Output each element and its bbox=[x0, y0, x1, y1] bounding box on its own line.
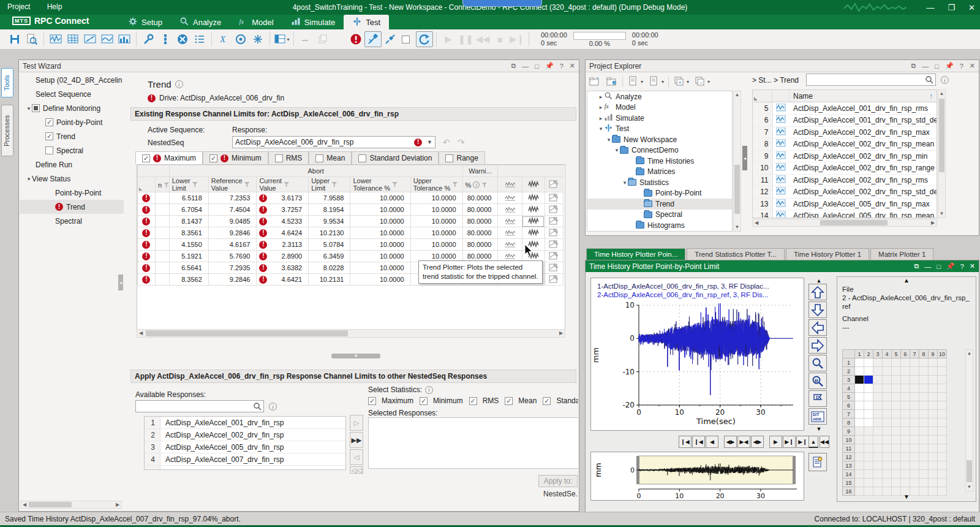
chevron-down-icon[interactable]: ▾ bbox=[287, 37, 289, 42]
channel-cell[interactable] bbox=[910, 376, 919, 384]
channel-cell[interactable] bbox=[901, 479, 910, 487]
explorer-search-input[interactable] bbox=[806, 74, 936, 86]
trend-item-row[interactable]: 10ActDisp_AxleAccel_002_drv_fin_rsp_rang… bbox=[753, 162, 937, 175]
channel-cell[interactable] bbox=[892, 358, 901, 367]
list-h-scrollbar[interactable]: ◀▶ bbox=[752, 219, 937, 227]
channel-cell[interactable] bbox=[938, 453, 947, 461]
channel-cell[interactable] bbox=[929, 393, 938, 401]
pause-icon[interactable]: ❚❚ bbox=[457, 31, 474, 47]
channel-cell[interactable] bbox=[892, 384, 901, 393]
expand-all-button[interactable]: +▾ bbox=[673, 75, 690, 88]
close-icon[interactable]: ✕ bbox=[968, 3, 975, 12]
tree-node-point-by-point[interactable]: Point-by-Point bbox=[587, 188, 732, 199]
signal-tree-icon[interactable] bbox=[157, 31, 174, 47]
limit-row[interactable]: !8.35619.2846!4.642410.213010.000010.000… bbox=[138, 227, 564, 239]
trend-item-row[interactable]: 7ActDisp_AxleAccel_002_drv_fin_rsp_max bbox=[753, 126, 937, 138]
channel-cell[interactable] bbox=[929, 461, 938, 470]
checkbox[interactable]: ✓ bbox=[45, 118, 53, 126]
popout-icon[interactable]: ⧉ bbox=[911, 62, 916, 70]
chevron-right-icon[interactable]: ▸ bbox=[598, 115, 604, 121]
trend-plot-button[interactable] bbox=[498, 227, 522, 239]
channel-cell[interactable] bbox=[910, 470, 919, 479]
trend-plotter-hover-column-header[interactable] bbox=[522, 177, 545, 192]
channel-cell[interactable] bbox=[873, 461, 883, 470]
channel-cell[interactable] bbox=[929, 367, 938, 376]
channel-cell[interactable] bbox=[855, 376, 864, 384]
channel-cell[interactable] bbox=[873, 367, 883, 376]
trend-item-row[interactable]: 12ActDisp_AxleAccel_002_drv_fin_rsp_std_… bbox=[753, 186, 937, 199]
channel-cell[interactable] bbox=[919, 401, 929, 410]
reference-value-header[interactable]: ReferenceValue bbox=[208, 177, 257, 192]
list-v-scrollbar[interactable]: ▲▼ bbox=[938, 89, 946, 218]
minimize-icon[interactable]: — bbox=[924, 263, 931, 270]
channel-cell[interactable] bbox=[901, 453, 910, 461]
channel-cell[interactable] bbox=[910, 461, 919, 470]
folder-new-button[interactable]: * bbox=[588, 75, 601, 88]
close-icon[interactable]: ✕ bbox=[570, 62, 575, 70]
channel-cell[interactable] bbox=[873, 479, 883, 487]
channel-cell[interactable] bbox=[901, 393, 910, 401]
current-value-header[interactable]: CurrentValue bbox=[257, 177, 309, 192]
checkbox[interactable] bbox=[45, 146, 53, 154]
trend-plot-button-2[interactable] bbox=[522, 227, 545, 239]
checkbox[interactable] bbox=[445, 154, 453, 162]
available-response-row[interactable]: 4ActDisp_AxleAccel_007_drv_fin_rsp bbox=[145, 453, 345, 466]
folder-add-button[interactable]: + bbox=[605, 75, 619, 88]
info-icon[interactable]: i bbox=[473, 181, 480, 188]
statistic-checkbox-rms[interactable]: ✓RMS bbox=[469, 396, 499, 405]
channel-cell[interactable] bbox=[864, 384, 873, 393]
info-icon[interactable]: i bbox=[269, 403, 277, 411]
move-left-button[interactable]: ◁ bbox=[350, 449, 363, 465]
lower-limit-header[interactable]: LowerLimit bbox=[169, 177, 208, 192]
limit-row[interactable]: !6.70547.4504!3.72578.195410.000010.0000… bbox=[138, 204, 564, 216]
trend-item-row[interactable]: 14ActDisp_AxleAccel_005_drv_fin_rsp_mean bbox=[753, 210, 937, 219]
module-tab-analyze[interactable]: Analyze bbox=[171, 15, 230, 29]
channel-cell[interactable] bbox=[892, 427, 901, 436]
channel-cell[interactable] bbox=[910, 401, 919, 410]
preview-icon[interactable] bbox=[23, 31, 40, 47]
copy-layout-icon[interactable] bbox=[314, 31, 331, 47]
channel-cell[interactable] bbox=[901, 461, 910, 470]
popout-icon[interactable]: ⧉ bbox=[511, 62, 516, 70]
edit-limit-button[interactable] bbox=[545, 227, 563, 239]
channel-cell[interactable] bbox=[910, 444, 919, 453]
minimize-panels-icon[interactable] bbox=[297, 31, 314, 47]
channel-cell[interactable] bbox=[864, 393, 873, 401]
channel-cell[interactable] bbox=[873, 444, 883, 453]
limit-row[interactable]: !8.14379.0485!4.52339.953410.000010.0000… bbox=[138, 216, 564, 227]
channel-cell[interactable] bbox=[855, 479, 864, 487]
trend-plot-button[interactable] bbox=[498, 239, 522, 251]
module-tab-setup[interactable]: Setup bbox=[119, 15, 171, 29]
channel-cell[interactable] bbox=[901, 410, 910, 419]
search-field[interactable] bbox=[807, 75, 925, 84]
channel-cell[interactable] bbox=[873, 419, 883, 427]
wizard-step-setup-02-4d-8r-accelin[interactable]: Setup (02_4D_8R_Accelin bbox=[20, 73, 124, 87]
channel-cell[interactable] bbox=[919, 376, 929, 384]
channel-cell[interactable] bbox=[883, 393, 892, 401]
channel-cell[interactable] bbox=[883, 358, 892, 367]
trend-item-row[interactable]: 5ActDisp_AxleAccel_001_drv_fin_rsp_rms bbox=[753, 102, 937, 115]
wizard-step-spectral[interactable]: Spectral bbox=[20, 214, 124, 228]
chevron-down-icon[interactable]: ▼ bbox=[427, 139, 432, 145]
channel-cell[interactable] bbox=[892, 436, 901, 444]
minimize-icon[interactable]: — bbox=[926, 3, 934, 12]
tree-node-simulate[interactable]: ▸Simulate bbox=[587, 113, 732, 124]
channel-cell[interactable] bbox=[910, 436, 919, 444]
trend-plotter-column-header[interactable] bbox=[498, 177, 522, 192]
channel-cell[interactable] bbox=[938, 384, 947, 393]
statistic-checkbox-minimum[interactable]: ✓Minimum bbox=[420, 396, 463, 405]
channel-cell[interactable] bbox=[929, 470, 938, 479]
channel-cell[interactable] bbox=[892, 444, 901, 453]
tree-node-connectdemo[interactable]: ▾ConnectDemo bbox=[587, 145, 732, 156]
stat-tab-range[interactable]: Range bbox=[439, 151, 484, 164]
channel-cell[interactable] bbox=[883, 427, 892, 436]
statistic-checkbox-maximum[interactable]: ✓Maximum bbox=[368, 396, 413, 405]
channel-cell[interactable] bbox=[855, 453, 864, 461]
channel-cell[interactable] bbox=[873, 376, 883, 384]
channel-cell[interactable] bbox=[892, 461, 901, 470]
filter-icon[interactable] bbox=[392, 182, 398, 187]
pin-icon[interactable]: 📌 bbox=[945, 62, 954, 70]
close-icon[interactable]: ✕ bbox=[970, 62, 975, 70]
channel-cell[interactable] bbox=[883, 444, 892, 453]
move-right-button[interactable]: ▷ bbox=[350, 415, 363, 431]
